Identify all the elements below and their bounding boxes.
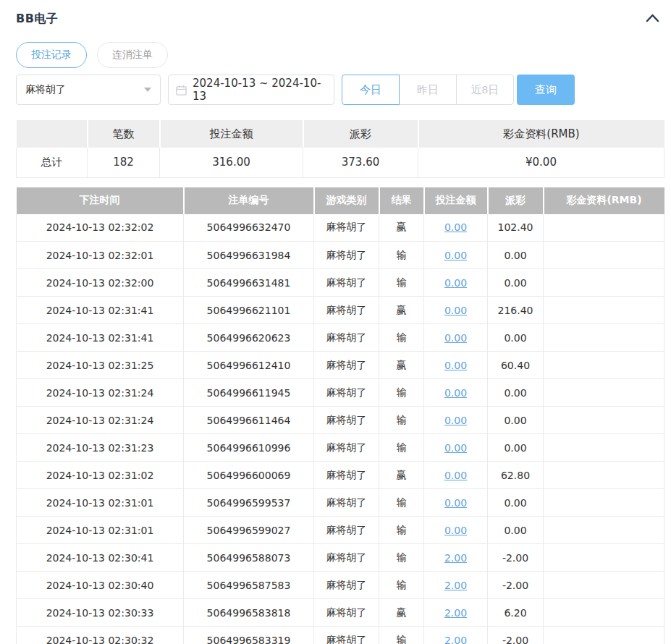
payout-cell: 62.80 <box>488 462 544 489</box>
bet-amount-link[interactable]: 0.00 <box>444 250 467 261</box>
game-type-cell: 麻将胡了 <box>314 489 379 517</box>
date-range-value: 2024-10-13 ~ 2024-10-13 <box>193 77 326 103</box>
bonus-cell <box>544 407 664 434</box>
bet-table-header-row: 下注时间 注单编号 游戏类别 结果 投注金额 派彩 彩金资料(RMB) <box>17 187 664 214</box>
payout-cell: -2.00 <box>488 627 544 644</box>
game-type-cell: 麻将胡了 <box>314 517 379 544</box>
table-row: 2024-10-13 02:30:41 5064996588073 麻将胡了 输… <box>17 544 664 572</box>
tab-bet-records[interactable]: 投注记录 <box>16 42 87 68</box>
result-cell: 输 <box>379 627 424 644</box>
table-row: 2024-10-13 02:31:41 5064996620623 麻将胡了 输… <box>17 324 664 352</box>
tab-bar: 投注记录 连消注单 <box>16 42 664 68</box>
bet-time-cell: 2024-10-13 02:31:24 <box>17 379 184 407</box>
bet-amount-link[interactable]: 2.00 <box>444 607 467 619</box>
table-row: 2024-10-13 02:31:25 5064996612410 麻将胡了 赢… <box>17 352 664 379</box>
bet-amount-cell: 2.00 <box>424 572 488 599</box>
bonus-cell <box>544 434 664 462</box>
bet-time-cell: 2024-10-13 02:30:32 <box>17 627 184 644</box>
result-cell: 输 <box>379 379 424 407</box>
bet-time-cell: 2024-10-13 02:32:02 <box>17 214 184 242</box>
bet-time-cell: 2024-10-13 02:32:01 <box>17 242 184 269</box>
bet-time-cell: 2024-10-13 02:31:41 <box>17 324 184 352</box>
bet-amount-link[interactable]: 0.00 <box>444 387 467 399</box>
bet-amount-link[interactable]: 0.00 <box>444 305 467 316</box>
result-cell: 输 <box>379 269 424 297</box>
summary-table: 笔数 投注金额 派彩 彩金资料(RMB) 总计 182 316.00 373.6… <box>16 120 664 178</box>
yesterday-button[interactable]: 昨日 <box>399 75 457 105</box>
bonus-cell <box>544 572 664 599</box>
header-bet-amount: 投注金额 <box>424 187 488 214</box>
order-id-cell: 5064996599537 <box>184 489 314 517</box>
bet-amount-link[interactable]: 0.00 <box>444 360 467 371</box>
payout-cell: 0.00 <box>488 242 544 269</box>
page-title: BB电子 <box>16 12 58 27</box>
tab-cancelled-orders[interactable]: 连消注单 <box>97 42 168 68</box>
bonus-cell <box>544 297 664 324</box>
chevron-up-icon[interactable] <box>646 13 659 25</box>
bet-table-body: 2024-10-13 02:32:02 5064996632470 麻将胡了 赢… <box>17 214 664 644</box>
summary-header-bet: 投注金额 <box>160 120 303 148</box>
result-cell: 赢 <box>379 462 424 489</box>
bet-amount-cell: 0.00 <box>424 489 488 517</box>
order-id-cell: 5064996631481 <box>184 269 314 297</box>
bet-amount-cell: 0.00 <box>424 379 488 407</box>
bet-amount-cell: 0.00 <box>424 324 488 352</box>
payout-cell: 6.20 <box>488 599 544 627</box>
bet-amount-link[interactable]: 0.00 <box>444 442 467 454</box>
date-range-input[interactable]: 2024-10-13 ~ 2024-10-13 <box>168 75 334 105</box>
bet-amount-link[interactable]: 2.00 <box>444 635 467 644</box>
bet-records-panel: BB电子 投注记录 连消注单 麻将胡了 2024-10-13 ~ 2024-10… <box>0 0 671 644</box>
today-button[interactable]: 今日 <box>342 75 400 105</box>
table-row: 2024-10-13 02:31:24 5064996611464 麻将胡了 输… <box>17 407 664 434</box>
summary-total-count: 182 <box>88 148 160 177</box>
result-cell: 输 <box>379 544 424 572</box>
panel-header: BB电子 <box>16 12 664 27</box>
summary-total-payout: 373.60 <box>303 148 418 177</box>
bonus-cell <box>544 599 664 627</box>
payout-cell: 0.00 <box>488 379 544 407</box>
result-cell: 输 <box>379 517 424 544</box>
game-type-select-value: 麻将胡了 <box>25 83 66 96</box>
game-type-cell: 麻将胡了 <box>314 599 379 627</box>
query-button[interactable]: 查询 <box>517 75 575 105</box>
table-row: 2024-10-13 02:31:23 5064996610996 麻将胡了 输… <box>17 434 664 462</box>
bet-amount-link[interactable]: 0.00 <box>444 470 467 481</box>
bet-amount-cell: 0.00 <box>424 434 488 462</box>
payout-cell: 216.40 <box>488 297 544 324</box>
summary-header-blank <box>17 120 88 148</box>
game-type-cell: 麻将胡了 <box>314 297 379 324</box>
game-type-cell: 麻将胡了 <box>314 269 379 297</box>
summary-header-row: 笔数 投注金额 派彩 彩金资料(RMB) <box>17 120 664 148</box>
bet-records-table: 下注时间 注单编号 游戏类别 结果 投注金额 派彩 彩金资料(RMB) 2024… <box>16 187 664 644</box>
result-cell: 输 <box>379 489 424 517</box>
header-result: 结果 <box>379 187 424 214</box>
bet-amount-link[interactable]: 2.00 <box>444 580 467 591</box>
bet-amount-link[interactable]: 0.00 <box>444 221 467 233</box>
bonus-cell <box>544 544 664 572</box>
order-id-cell: 5064996631984 <box>184 242 314 269</box>
bet-amount-link[interactable]: 0.00 <box>444 277 467 289</box>
bet-amount-cell: 0.00 <box>424 242 488 269</box>
bet-amount-link[interactable]: 0.00 <box>444 497 467 509</box>
table-row: 2024-10-13 02:30:33 5064996583818 麻将胡了 赢… <box>17 599 664 627</box>
game-type-cell: 麻将胡了 <box>314 407 379 434</box>
bet-amount-link[interactable]: 0.00 <box>444 525 467 536</box>
order-id-cell: 5064996621101 <box>184 297 314 324</box>
bet-amount-link[interactable]: 0.00 <box>444 332 467 344</box>
game-type-cell: 麻将胡了 <box>314 462 379 489</box>
bet-amount-link[interactable]: 0.00 <box>444 415 467 426</box>
bonus-cell <box>544 324 664 352</box>
last-8-days-button[interactable]: 近8日 <box>456 75 514 105</box>
table-row: 2024-10-13 02:32:00 5064996631481 麻将胡了 输… <box>17 269 664 297</box>
game-type-cell: 麻将胡了 <box>314 434 379 462</box>
payout-cell: 0.00 <box>488 324 544 352</box>
bet-amount-link[interactable]: 2.00 <box>444 552 467 564</box>
game-type-cell: 麻将胡了 <box>314 324 379 352</box>
bet-amount-cell: 0.00 <box>424 269 488 297</box>
bet-time-cell: 2024-10-13 02:30:40 <box>17 572 184 599</box>
table-row: 2024-10-13 02:30:32 5064996583319 麻将胡了 输… <box>17 627 664 644</box>
game-type-select[interactable]: 麻将胡了 <box>16 75 161 105</box>
result-cell: 赢 <box>379 599 424 627</box>
bet-amount-cell: 0.00 <box>424 407 488 434</box>
header-order-id: 注单编号 <box>184 187 314 214</box>
